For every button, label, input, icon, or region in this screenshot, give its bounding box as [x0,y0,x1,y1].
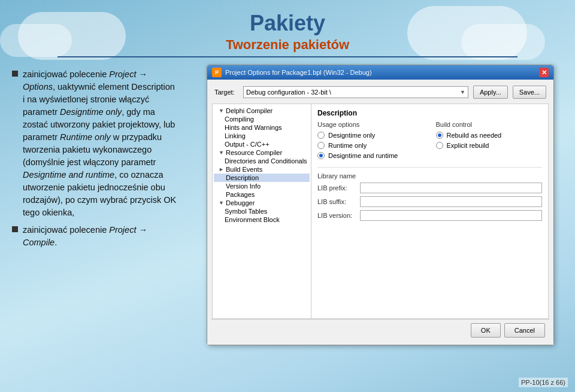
tree-item-hints[interactable]: Hints and Warnings [214,123,310,132]
build-title: Build control [436,121,543,128]
tree-item-output[interactable]: Output - C/C++ [214,140,310,148]
tree-expand-icon-7: ▼ [219,200,225,206]
library-name-label: Library name [317,172,356,180]
tree-item-build-events[interactable]: ► Build Events [214,165,310,174]
tree-item-description[interactable]: Description [214,174,310,182]
tree-item-linking[interactable]: Linking [214,132,310,140]
tree-item-symbol[interactable]: Symbol Tables [214,207,310,215]
options-panel: Description Usage options Designtime onl… [311,104,548,318]
section-divider [317,167,542,168]
radio-explicit-rebuild[interactable]: Explicit rebuild [436,142,543,149]
radio-rebuild-needed[interactable]: Rebuild as needed [436,132,543,139]
target-label: Target: [214,89,238,96]
left-panel: zainicjować polecenie Project → Options,… [0,62,186,379]
radio-designtime-runtime[interactable]: Designtime and runtime [317,152,424,159]
dialog-titlebar: P Project Options for Package1.bpl (Win3… [207,65,553,80]
tree-expand-icon-2: ▼ [219,150,225,156]
bullet-text-2: zainicjować polecenie Project → Compile. [23,224,178,249]
tree-item-resource[interactable]: ▼ Resource Compiler [214,148,310,157]
dialog-bottom-buttons: OK Cancel [211,319,550,341]
radio-circle-1[interactable] [317,132,325,139]
tree-item-version[interactable]: Version Info [214,182,310,190]
tree-expand-icon: ▼ [219,108,225,114]
build-column: Build control Rebuild as needed Explicit… [436,121,543,162]
bullet-square-1 [12,71,18,77]
options-title: Description [317,109,542,117]
dialog-title: Project Options for Package1.bpl (Win32 … [225,69,372,76]
dialog-window: P Project Options for Package1.bpl (Win3… [207,65,554,345]
dialog-titlebar-left: P Project Options for Package1.bpl (Win3… [212,68,372,77]
dialog-close-button[interactable]: ✕ [539,68,549,77]
bullet-item-1: zainicjować polecenie Project → Options,… [12,68,178,219]
lib-suffix-row: LIB suffix: [317,196,542,207]
tree-item-environment[interactable]: Environment Block [214,215,310,224]
radio-runtime-only[interactable]: Runtime only [317,142,424,149]
title-divider [58,56,518,57]
content-area: zainicjować polecenie Project → Options,… [0,62,575,379]
lib-prefix-row: LIB prefix: [317,183,542,193]
save-button[interactable]: Save... [513,86,546,99]
lib-prefix-input[interactable] [360,183,542,193]
radio-circle-4[interactable] [436,132,443,139]
library-name-row: Library name [317,172,542,180]
lib-suffix-input[interactable] [360,196,542,207]
bullet-item-2: zainicjować polecenie Project → Compile. [12,224,178,249]
target-dropdown[interactable]: Debug configuration - 32-bit \ ▼ [243,86,468,98]
usage-title: Usage options [317,121,424,128]
dialog-icon: P [212,68,222,77]
radio-label-2: Runtime only [328,142,367,149]
radio-circle-3[interactable] [317,152,325,159]
main-title: Pakiety [0,11,575,36]
dialog-main: ▼ Delphi Compiler Compiling Hints and Wa… [212,104,549,319]
tree-item-directories[interactable]: Directories and Conditionals [214,157,310,165]
dialog-body: Target: Debug configuration - 32-bit \ ▼… [207,80,553,345]
tree-item-compiling[interactable]: Compiling [214,115,310,123]
options-columns: Usage options Designtime only Runtime on… [317,121,542,162]
cancel-button[interactable]: Cancel [504,323,545,338]
tree-panel: ▼ Delphi Compiler Compiling Hints and Wa… [213,104,311,318]
usage-column: Usage options Designtime only Runtime on… [317,121,424,162]
tree-expand-icon-3: ► [219,166,225,172]
radio-label-4: Rebuild as needed [447,132,502,139]
lib-suffix-label: LIB suffix: [317,198,356,205]
target-row: Target: Debug configuration - 32-bit \ ▼… [211,83,550,101]
radio-label-5: Explicit rebuild [447,142,489,149]
lib-version-row: LIB version: [317,210,542,221]
lib-version-input[interactable] [360,210,542,221]
tree-item-debugger[interactable]: ▼ Debugger [214,199,310,207]
tree-item-packages[interactable]: Packages [214,190,310,199]
tree-item-delphi[interactable]: ▼ Delphi Compiler [214,107,310,115]
bullet-square-2 [12,226,18,232]
radio-label-1: Designtime only [328,132,375,139]
radio-circle-2[interactable] [317,142,325,149]
radio-designtime-only[interactable]: Designtime only [317,132,424,139]
lib-prefix-label: LIB prefix: [317,184,356,192]
radio-circle-5[interactable] [436,142,443,149]
lib-version-label: LIB version: [317,212,356,219]
radio-label-3: Designtime and runtime [328,152,398,159]
apply-button[interactable]: Apply... [473,86,508,99]
ok-button[interactable]: OK [471,323,501,338]
bullet-text-1: zainicjować polecenie Project → Options,… [23,68,178,219]
right-panel: P Project Options for Package1.bpl (Win3… [186,62,575,379]
title-area: Pakiety Tworzenie pakietów [0,0,575,57]
target-value: Debug configuration - 32-bit \ [246,89,331,96]
dropdown-arrow-icon: ▼ [460,89,465,95]
subtitle: Tworzenie pakietów [0,37,575,53]
